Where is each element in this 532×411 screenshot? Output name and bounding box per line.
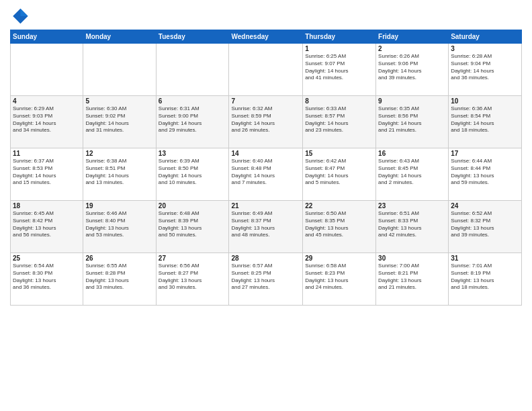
day-info: Sunrise: 6:46 AM Sunset: 8:40 PM Dayligh… <box>85 210 153 239</box>
day-info: Sunrise: 6:58 AM Sunset: 8:23 PM Dayligh… <box>305 263 373 291</box>
day-info: Sunrise: 6:44 AM Sunset: 8:44 PM Dayligh… <box>451 158 519 187</box>
page: SundayMondayTuesdayWednesdayThursdayFrid… <box>0 0 532 411</box>
calendar-cell: 30Sunrise: 7:00 AM Sunset: 8:21 PM Dayli… <box>376 253 449 306</box>
calendar-cell: 27Sunrise: 6:56 AM Sunset: 8:27 PM Dayli… <box>156 253 229 306</box>
day-number: 11 <box>13 150 81 157</box>
calendar-cell: 12Sunrise: 6:38 AM Sunset: 8:51 PM Dayli… <box>83 148 156 201</box>
day-info: Sunrise: 6:56 AM Sunset: 8:27 PM Dayligh… <box>159 263 227 291</box>
calendar-cell: 5Sunrise: 6:30 AM Sunset: 9:02 PM Daylig… <box>83 96 156 148</box>
calendar-cell <box>156 44 229 96</box>
day-number: 13 <box>159 150 227 157</box>
day-info: Sunrise: 6:25 AM Sunset: 9:07 PM Dayligh… <box>305 53 373 82</box>
calendar-cell: 11Sunrise: 6:37 AM Sunset: 8:53 PM Dayli… <box>11 148 83 201</box>
calendar-week-row: 1Sunrise: 6:25 AM Sunset: 9:07 PM Daylig… <box>11 44 522 96</box>
svg-marker-1 <box>20 9 28 16</box>
calendar-cell: 2Sunrise: 6:26 AM Sunset: 9:06 PM Daylig… <box>376 44 449 96</box>
calendar-cell: 22Sunrise: 6:50 AM Sunset: 8:35 PM Dayli… <box>303 201 376 253</box>
calendar-day-header: Thursday <box>303 30 376 44</box>
calendar-day-header: Wednesday <box>229 30 303 44</box>
day-info: Sunrise: 6:42 AM Sunset: 8:47 PM Dayligh… <box>305 158 373 187</box>
calendar-cell: 25Sunrise: 6:54 AM Sunset: 8:30 PM Dayli… <box>11 253 83 306</box>
day-number: 14 <box>231 150 300 157</box>
logo <box>10 7 32 26</box>
calendar-cell <box>11 44 83 96</box>
day-number: 27 <box>159 255 227 262</box>
day-info: Sunrise: 6:43 AM Sunset: 8:45 PM Dayligh… <box>378 158 446 187</box>
day-number: 29 <box>305 255 373 262</box>
calendar-cell: 29Sunrise: 6:58 AM Sunset: 8:23 PM Dayli… <box>303 253 376 306</box>
day-info: Sunrise: 6:39 AM Sunset: 8:50 PM Dayligh… <box>159 158 227 187</box>
calendar-day-header: Monday <box>83 30 156 44</box>
day-number: 30 <box>378 255 446 262</box>
calendar-cell: 14Sunrise: 6:40 AM Sunset: 8:48 PM Dayli… <box>229 148 303 201</box>
calendar-cell: 6Sunrise: 6:31 AM Sunset: 9:00 PM Daylig… <box>156 96 229 148</box>
day-number: 21 <box>231 202 300 210</box>
calendar-cell <box>83 44 156 96</box>
calendar-week-row: 18Sunrise: 6:45 AM Sunset: 8:42 PM Dayli… <box>11 201 522 253</box>
day-info: Sunrise: 6:55 AM Sunset: 8:28 PM Dayligh… <box>85 263 153 291</box>
calendar-week-row: 4Sunrise: 6:29 AM Sunset: 9:03 PM Daylig… <box>11 96 522 148</box>
day-number: 8 <box>305 97 373 105</box>
day-number: 24 <box>451 202 519 210</box>
day-number: 20 <box>159 202 227 210</box>
calendar-cell: 21Sunrise: 6:49 AM Sunset: 8:37 PM Dayli… <box>229 201 303 253</box>
day-number: 12 <box>85 150 153 157</box>
day-number: 22 <box>305 202 373 210</box>
calendar-cell: 17Sunrise: 6:44 AM Sunset: 8:44 PM Dayli… <box>449 148 522 201</box>
day-number: 1 <box>305 45 373 52</box>
day-number: 3 <box>451 45 519 52</box>
day-number: 26 <box>85 255 153 262</box>
calendar-cell: 7Sunrise: 6:32 AM Sunset: 8:59 PM Daylig… <box>229 96 303 148</box>
calendar-cell: 24Sunrise: 6:52 AM Sunset: 8:32 PM Dayli… <box>449 201 522 253</box>
day-info: Sunrise: 6:57 AM Sunset: 8:25 PM Dayligh… <box>231 263 300 291</box>
day-number: 28 <box>231 255 300 262</box>
calendar-cell: 9Sunrise: 6:35 AM Sunset: 8:56 PM Daylig… <box>376 96 449 148</box>
day-number: 25 <box>13 255 81 262</box>
calendar-day-header: Friday <box>376 30 449 44</box>
day-info: Sunrise: 6:32 AM Sunset: 8:59 PM Dayligh… <box>231 105 300 134</box>
day-info: Sunrise: 6:48 AM Sunset: 8:39 PM Dayligh… <box>159 210 227 239</box>
day-info: Sunrise: 7:01 AM Sunset: 8:19 PM Dayligh… <box>451 263 519 291</box>
calendar-cell: 16Sunrise: 6:43 AM Sunset: 8:45 PM Dayli… <box>376 148 449 201</box>
day-info: Sunrise: 6:30 AM Sunset: 9:02 PM Dayligh… <box>85 105 153 134</box>
calendar-cell: 15Sunrise: 6:42 AM Sunset: 8:47 PM Dayli… <box>303 148 376 201</box>
calendar-week-row: 25Sunrise: 6:54 AM Sunset: 8:30 PM Dayli… <box>11 253 522 306</box>
calendar-table: SundayMondayTuesdayWednesdayThursdayFrid… <box>10 30 522 306</box>
calendar-cell: 3Sunrise: 6:28 AM Sunset: 9:04 PM Daylig… <box>449 44 522 96</box>
logo-icon <box>10 7 29 26</box>
day-info: Sunrise: 6:52 AM Sunset: 8:32 PM Dayligh… <box>451 210 519 239</box>
day-info: Sunrise: 6:49 AM Sunset: 8:37 PM Dayligh… <box>231 210 300 239</box>
calendar-day-header: Tuesday <box>156 30 229 44</box>
day-info: Sunrise: 6:31 AM Sunset: 9:00 PM Dayligh… <box>159 105 227 134</box>
day-info: Sunrise: 6:37 AM Sunset: 8:53 PM Dayligh… <box>13 158 81 187</box>
calendar-cell: 10Sunrise: 6:36 AM Sunset: 8:54 PM Dayli… <box>449 96 522 148</box>
calendar-cell: 8Sunrise: 6:33 AM Sunset: 8:57 PM Daylig… <box>303 96 376 148</box>
day-number: 23 <box>378 202 446 210</box>
day-number: 19 <box>85 202 153 210</box>
calendar-cell: 4Sunrise: 6:29 AM Sunset: 9:03 PM Daylig… <box>11 96 83 148</box>
day-info: Sunrise: 6:45 AM Sunset: 8:42 PM Dayligh… <box>13 210 81 239</box>
calendar-cell: 20Sunrise: 6:48 AM Sunset: 8:39 PM Dayli… <box>156 201 229 253</box>
day-number: 5 <box>85 97 153 105</box>
day-number: 7 <box>231 97 300 105</box>
day-number: 31 <box>451 255 519 262</box>
calendar-cell: 18Sunrise: 6:45 AM Sunset: 8:42 PM Dayli… <box>11 201 83 253</box>
calendar-day-header: Saturday <box>449 30 522 44</box>
day-info: Sunrise: 6:29 AM Sunset: 9:03 PM Dayligh… <box>13 105 81 134</box>
day-number: 15 <box>305 150 373 157</box>
calendar-week-row: 11Sunrise: 6:37 AM Sunset: 8:53 PM Dayli… <box>11 148 522 201</box>
day-info: Sunrise: 6:40 AM Sunset: 8:48 PM Dayligh… <box>231 158 300 187</box>
day-info: Sunrise: 6:33 AM Sunset: 8:57 PM Dayligh… <box>305 105 373 134</box>
header <box>10 7 522 26</box>
day-info: Sunrise: 6:28 AM Sunset: 9:04 PM Dayligh… <box>451 53 519 82</box>
calendar-day-header: Sunday <box>11 30 83 44</box>
day-number: 18 <box>13 202 81 210</box>
calendar-cell: 31Sunrise: 7:01 AM Sunset: 8:19 PM Dayli… <box>449 253 522 306</box>
calendar-cell: 19Sunrise: 6:46 AM Sunset: 8:40 PM Dayli… <box>83 201 156 253</box>
day-number: 17 <box>451 150 519 157</box>
day-number: 9 <box>378 97 446 105</box>
calendar-cell: 23Sunrise: 6:51 AM Sunset: 8:33 PM Dayli… <box>376 201 449 253</box>
day-info: Sunrise: 7:00 AM Sunset: 8:21 PM Dayligh… <box>378 263 446 291</box>
day-info: Sunrise: 6:38 AM Sunset: 8:51 PM Dayligh… <box>85 158 153 187</box>
day-info: Sunrise: 6:26 AM Sunset: 9:06 PM Dayligh… <box>378 53 446 82</box>
